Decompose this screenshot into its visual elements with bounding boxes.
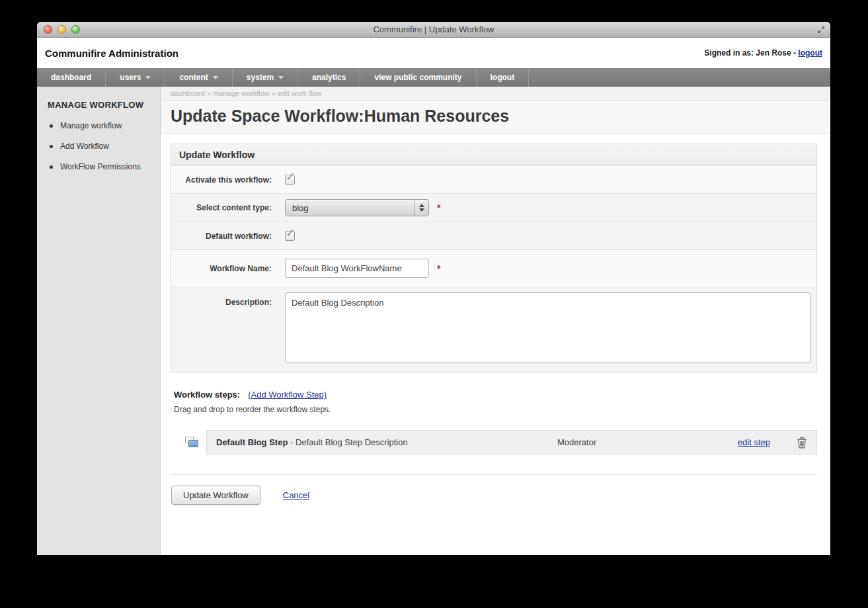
resize-window-icon[interactable] [817,26,825,34]
step-title: Default Blog Step - Default Blog Step De… [216,437,557,447]
nav-item-analytics[interactable]: analytics [298,68,360,87]
workflow-name-row: Workflow Name: * [171,250,816,287]
panel-title: Update Workflow [171,144,816,166]
workflow-step-line: Default Blog Step - Default Blog Step De… [174,430,817,455]
bullet-icon [50,165,53,169]
nav-item-view-public-community[interactable]: view public community [360,68,476,87]
content-type-value: blog [286,200,414,216]
update-workflow-panel: Update Workflow Activate this workflow: … [171,144,817,372]
chevron-down-icon [278,76,284,79]
bullet-icon [50,145,53,148]
nav-item-content[interactable]: content [165,68,232,87]
content-type-label: Select content type: [171,203,278,212]
bullet-icon [50,124,53,128]
nav-item-logout[interactable]: logout [477,68,530,87]
app-header: Communifire Administration Signed in as:… [37,38,830,68]
signed-in-status: Signed in as: Jen Rose - logout [704,48,822,58]
step-role: Moderator [557,437,738,447]
app-title: Communifire Administration [45,48,178,59]
required-marker: * [437,263,440,274]
edit-step-link[interactable]: edit step [738,437,770,447]
window-titlebar[interactable]: Communifire | Update Workflow [37,22,830,38]
default-workflow-row: Default workflow: [171,222,816,250]
sidebar: MANAGE WORKFLOW Manage workflow Add Work… [37,87,161,555]
page-title: Update Space Workflow:Human Resources [171,107,820,126]
zoom-window-button[interactable] [71,25,80,34]
workflow-step-row[interactable]: Default Blog Step - Default Blog Step De… [206,430,817,455]
workflow-steps-label: Workflow steps: [174,390,240,400]
default-workflow-label: Default workflow: [171,232,278,241]
workflow-name-input[interactable] [285,259,429,278]
content-type-select[interactable]: blog [285,199,429,216]
chevron-down-icon [145,76,151,79]
main-content: dashboard » manage workflow » edit work … [161,87,830,555]
chevron-down-icon [213,76,218,79]
window-title: Communifire | Update Workflow [373,24,494,34]
sidebar-item-label: Add Workflow [60,142,109,151]
sidebar-item-manage-workflow[interactable]: Manage workflow [48,121,153,130]
drag-drop-hint: Drag and drop to reorder the workflow st… [174,405,817,414]
step-description: Default Blog Step Description [296,437,408,447]
minimize-window-button[interactable] [58,25,66,34]
workflow-steps-section: Workflow steps: (Add Workflow Step) Drag… [171,390,817,455]
form-footer: Update Workflow Cancel [171,474,817,505]
activate-workflow-row: Activate this workflow: [171,166,816,194]
step-separator: - [288,437,296,447]
delete-step-trash-icon[interactable] [797,437,807,449]
main-nav: dashboard users content system analytics… [37,68,830,87]
description-row: Description: Default Blog Description [171,287,816,372]
nav-item-system[interactable]: system [233,68,298,87]
sidebar-item-label: WorkFlow Permissions [60,162,141,171]
step-name: Default Blog Step [216,437,288,447]
description-textarea[interactable]: Default Blog Description [285,292,811,363]
required-marker: * [437,202,440,213]
logout-link[interactable]: logout [798,48,822,58]
sidebar-heading: MANAGE WORKFLOW [48,100,153,110]
drag-handle-icon[interactable] [185,437,200,448]
workflow-name-label: Workflow Name: [171,264,278,273]
activate-workflow-checkbox[interactable] [285,175,295,185]
app-window: Communifire | Update Workflow Communifir… [37,22,830,555]
page-title-bar: Update Space Workflow:Human Resources [161,101,830,134]
nav-item-users[interactable]: users [106,68,165,87]
description-label: Description: [171,292,278,307]
select-stepper-icon [414,200,428,216]
content-type-row: Select content type: blog * [171,194,816,222]
default-workflow-checkbox[interactable] [285,231,295,241]
sidebar-item-workflow-permissions[interactable]: WorkFlow Permissions [48,162,153,171]
traffic-lights [44,25,80,34]
activate-workflow-label: Activate this workflow: [171,175,278,185]
signed-in-text: Signed in as: Jen Rose - [704,48,798,58]
add-workflow-step-link[interactable]: (Add Workflow Step) [248,390,327,400]
update-workflow-button[interactable]: Update Workflow [171,486,260,505]
cancel-link[interactable]: Cancel [283,490,309,500]
sidebar-item-label: Manage workflow [60,121,122,130]
nav-item-dashboard[interactable]: dashboard [37,68,106,87]
sidebar-item-add-workflow[interactable]: Add Workflow [48,142,153,151]
breadcrumb[interactable]: dashboard » manage workflow » edit work … [161,87,830,101]
close-window-button[interactable] [44,25,52,34]
